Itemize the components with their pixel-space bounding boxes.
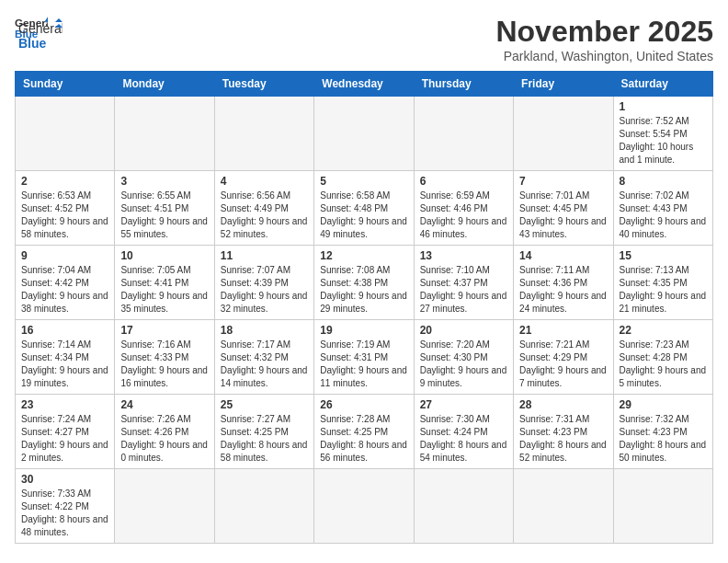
calendar-week-row: 9Sunrise: 7:04 AM Sunset: 4:42 PM Daylig… <box>16 246 713 320</box>
calendar-day-cell <box>214 469 313 544</box>
calendar-day-cell: 24Sunrise: 7:26 AM Sunset: 4:26 PM Dayli… <box>115 395 214 469</box>
calendar-week-row: 30Sunrise: 7:33 AM Sunset: 4:22 PM Dayli… <box>16 469 713 544</box>
day-number: 18 <box>221 324 308 337</box>
calendar-day-cell <box>16 97 115 171</box>
day-number: 5 <box>320 175 407 188</box>
day-info: Sunrise: 7:04 AM Sunset: 4:42 PM Dayligh… <box>21 264 108 316</box>
day-info: Sunrise: 6:55 AM Sunset: 4:51 PM Dayligh… <box>120 190 208 241</box>
day-info: Sunrise: 7:52 AM Sunset: 5:54 PM Dayligh… <box>620 115 707 167</box>
calendar-header-row: SundayMondayTuesdayWednesdayThursdayFrid… <box>16 72 713 97</box>
day-info: Sunrise: 7:16 AM Sunset: 4:33 PM Dayligh… <box>120 339 208 390</box>
calendar-day-cell <box>314 97 414 171</box>
calendar-day-cell: 25Sunrise: 7:27 AM Sunset: 4:25 PM Dayli… <box>214 395 313 469</box>
logo-svg: General Blue <box>18 18 63 52</box>
weekday-header: Saturday <box>613 72 712 97</box>
day-number: 11 <box>221 249 308 262</box>
calendar-day-cell: 10Sunrise: 7:05 AM Sunset: 4:41 PM Dayli… <box>115 246 214 320</box>
weekday-header: Wednesday <box>314 72 414 97</box>
calendar-day-cell: 3Sunrise: 6:55 AM Sunset: 4:51 PM Daylig… <box>115 171 214 246</box>
calendar-week-row: 2Sunrise: 6:53 AM Sunset: 4:52 PM Daylig… <box>16 171 713 246</box>
logo-container: General Blue <box>18 18 63 52</box>
calendar-day-cell <box>214 97 313 171</box>
svg-text:General: General <box>18 21 63 36</box>
day-info: Sunrise: 6:53 AM Sunset: 4:52 PM Dayligh… <box>21 190 108 241</box>
calendar-day-cell: 16Sunrise: 7:14 AM Sunset: 4:34 PM Dayli… <box>16 320 115 395</box>
calendar-day-cell <box>314 469 414 544</box>
calendar-day-cell: 11Sunrise: 7:07 AM Sunset: 4:39 PM Dayli… <box>214 246 313 320</box>
day-number: 10 <box>120 249 208 262</box>
weekday-header: Thursday <box>414 72 513 97</box>
calendar-day-cell: 7Sunrise: 7:01 AM Sunset: 4:45 PM Daylig… <box>514 171 613 246</box>
calendar-day-cell: 9Sunrise: 7:04 AM Sunset: 4:42 PM Daylig… <box>16 246 115 320</box>
day-number: 23 <box>21 398 108 411</box>
day-info: Sunrise: 7:05 AM Sunset: 4:41 PM Dayligh… <box>120 264 208 316</box>
svg-marker-5 <box>55 18 63 22</box>
day-number: 3 <box>120 175 208 188</box>
day-info: Sunrise: 7:02 AM Sunset: 4:43 PM Dayligh… <box>620 190 707 241</box>
calendar-day-cell: 8Sunrise: 7:02 AM Sunset: 4:43 PM Daylig… <box>613 171 712 246</box>
calendar-table: SundayMondayTuesdayWednesdayThursdayFrid… <box>15 71 713 544</box>
calendar-day-cell: 19Sunrise: 7:19 AM Sunset: 4:31 PM Dayli… <box>314 320 414 395</box>
calendar-day-cell: 4Sunrise: 6:56 AM Sunset: 4:49 PM Daylig… <box>214 171 313 246</box>
weekday-header: Friday <box>514 72 613 97</box>
calendar-day-cell: 17Sunrise: 7:16 AM Sunset: 4:33 PM Dayli… <box>115 320 214 395</box>
calendar-day-cell: 2Sunrise: 6:53 AM Sunset: 4:52 PM Daylig… <box>16 171 115 246</box>
title-area: November 2025 Parkland, Washington, Unit… <box>495 15 713 63</box>
calendar-day-cell: 20Sunrise: 7:20 AM Sunset: 4:30 PM Dayli… <box>414 320 513 395</box>
day-info: Sunrise: 7:33 AM Sunset: 4:22 PM Dayligh… <box>21 488 108 539</box>
calendar-day-cell <box>514 97 613 171</box>
day-number: 6 <box>420 175 507 188</box>
calendar-day-cell <box>414 469 513 544</box>
day-number: 22 <box>620 324 707 337</box>
day-info: Sunrise: 7:27 AM Sunset: 4:25 PM Dayligh… <box>221 413 308 465</box>
calendar-day-cell: 18Sunrise: 7:17 AM Sunset: 4:32 PM Dayli… <box>214 320 313 395</box>
day-info: Sunrise: 7:13 AM Sunset: 4:35 PM Dayligh… <box>620 264 707 316</box>
calendar-day-cell: 6Sunrise: 6:59 AM Sunset: 4:46 PM Daylig… <box>414 171 513 246</box>
calendar-day-cell: 26Sunrise: 7:28 AM Sunset: 4:25 PM Dayli… <box>314 395 414 469</box>
day-number: 19 <box>320 324 407 337</box>
location-title: Parkland, Washington, United States <box>495 49 713 63</box>
day-info: Sunrise: 7:26 AM Sunset: 4:26 PM Dayligh… <box>120 413 208 465</box>
day-info: Sunrise: 7:17 AM Sunset: 4:32 PM Dayligh… <box>221 339 308 390</box>
day-info: Sunrise: 7:08 AM Sunset: 4:38 PM Dayligh… <box>320 264 407 316</box>
day-number: 26 <box>320 398 407 411</box>
day-number: 13 <box>420 249 507 262</box>
day-number: 2 <box>21 175 108 188</box>
day-info: Sunrise: 7:11 AM Sunset: 4:36 PM Dayligh… <box>519 264 607 316</box>
calendar-day-cell: 1Sunrise: 7:52 AM Sunset: 5:54 PM Daylig… <box>613 97 712 171</box>
day-info: Sunrise: 7:07 AM Sunset: 4:39 PM Dayligh… <box>221 264 308 316</box>
day-number: 27 <box>420 398 507 411</box>
day-number: 9 <box>21 249 108 262</box>
calendar-day-cell: 14Sunrise: 7:11 AM Sunset: 4:36 PM Dayli… <box>514 246 613 320</box>
calendar-day-cell: 12Sunrise: 7:08 AM Sunset: 4:38 PM Dayli… <box>314 246 414 320</box>
day-info: Sunrise: 7:30 AM Sunset: 4:24 PM Dayligh… <box>420 413 507 465</box>
day-number: 30 <box>21 473 108 486</box>
day-info: Sunrise: 7:24 AM Sunset: 4:27 PM Dayligh… <box>21 413 108 465</box>
calendar-week-row: 23Sunrise: 7:24 AM Sunset: 4:27 PM Dayli… <box>16 395 713 469</box>
day-number: 14 <box>519 249 607 262</box>
day-number: 12 <box>320 249 407 262</box>
calendar-day-cell: 21Sunrise: 7:21 AM Sunset: 4:29 PM Dayli… <box>514 320 613 395</box>
weekday-header: Monday <box>115 72 214 97</box>
day-number: 4 <box>221 175 308 188</box>
day-info: Sunrise: 6:56 AM Sunset: 4:49 PM Dayligh… <box>221 190 308 241</box>
day-info: Sunrise: 6:59 AM Sunset: 4:46 PM Dayligh… <box>420 190 507 241</box>
calendar-day-cell: 28Sunrise: 7:31 AM Sunset: 4:23 PM Dayli… <box>514 395 613 469</box>
day-info: Sunrise: 6:58 AM Sunset: 4:48 PM Dayligh… <box>320 190 407 241</box>
weekday-header: Sunday <box>16 72 115 97</box>
calendar-week-row: 16Sunrise: 7:14 AM Sunset: 4:34 PM Dayli… <box>16 320 713 395</box>
day-number: 29 <box>620 398 707 411</box>
day-info: Sunrise: 7:20 AM Sunset: 4:30 PM Dayligh… <box>420 339 507 390</box>
calendar-day-cell: 30Sunrise: 7:33 AM Sunset: 4:22 PM Dayli… <box>16 469 115 544</box>
day-info: Sunrise: 7:28 AM Sunset: 4:25 PM Dayligh… <box>320 413 407 465</box>
day-number: 1 <box>620 100 707 113</box>
day-info: Sunrise: 7:01 AM Sunset: 4:45 PM Dayligh… <box>519 190 607 241</box>
calendar-day-cell: 23Sunrise: 7:24 AM Sunset: 4:27 PM Dayli… <box>16 395 115 469</box>
day-info: Sunrise: 7:32 AM Sunset: 4:23 PM Dayligh… <box>620 413 707 465</box>
day-info: Sunrise: 7:21 AM Sunset: 4:29 PM Dayligh… <box>519 339 607 390</box>
calendar-day-cell <box>115 97 214 171</box>
calendar-day-cell: 27Sunrise: 7:30 AM Sunset: 4:24 PM Dayli… <box>414 395 513 469</box>
day-info: Sunrise: 7:31 AM Sunset: 4:23 PM Dayligh… <box>519 413 607 465</box>
calendar-day-cell <box>414 97 513 171</box>
calendar-day-cell <box>514 469 613 544</box>
